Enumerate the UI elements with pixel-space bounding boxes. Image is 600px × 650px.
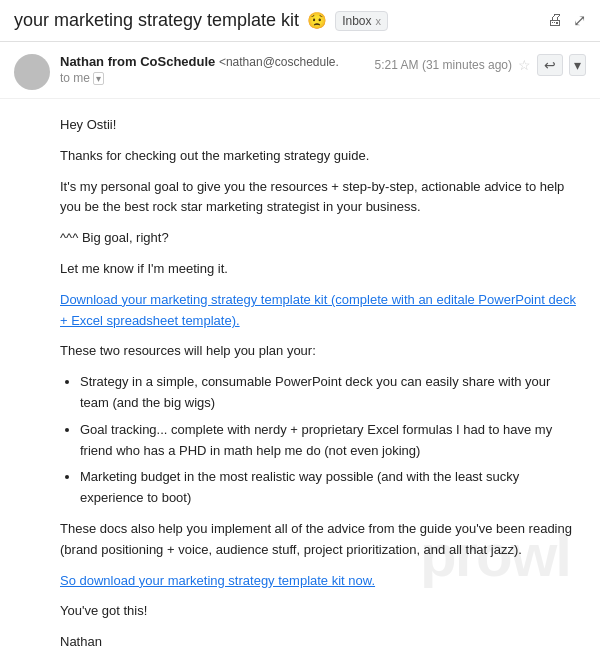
body-p2: It's my personal goal to give you the re… xyxy=(60,177,580,219)
star-icon[interactable]: ☆ xyxy=(518,57,531,73)
download-link-1[interactable]: Download your marketing strategy templat… xyxy=(60,292,576,328)
inbox-badge[interactable]: Inbox x xyxy=(335,11,388,31)
more-options-button[interactable]: ▾ xyxy=(569,54,586,76)
email-body: Hey Ostii! Thanks for checking out the m… xyxy=(0,99,600,650)
reply-button[interactable]: ↩ xyxy=(537,54,563,76)
bullet-list: Strategy in a simple, consumable PowerPo… xyxy=(80,372,580,509)
body-p8: Nathan xyxy=(60,632,580,650)
sender-email: <nathan@coschedule. xyxy=(219,55,339,69)
body-link2: So download your marketing strategy temp… xyxy=(60,571,580,592)
inbox-close-button[interactable]: x xyxy=(375,15,381,27)
avatar xyxy=(14,54,50,90)
bullet-item-3: Marketing budget in the most realistic w… xyxy=(80,467,580,509)
greeting: Hey Ostii! xyxy=(60,115,580,136)
download-link-2[interactable]: So download your marketing strategy temp… xyxy=(60,573,375,588)
email-timestamp: 5:21 AM (31 minutes ago) xyxy=(375,58,512,72)
subject-emoji: 😟 xyxy=(307,11,327,30)
inbox-label: Inbox xyxy=(342,14,371,28)
email-subject: your marketing strategy template kit xyxy=(14,10,299,31)
body-link1: Download your marketing strategy templat… xyxy=(60,290,580,332)
header-bar: your marketing strategy template kit 😟 I… xyxy=(0,0,600,42)
new-window-icon[interactable]: ⤢ xyxy=(573,11,586,30)
header-actions: 🖨 ⤢ xyxy=(547,11,586,30)
sender-name: Nathan from CoSchedule xyxy=(60,54,215,69)
to-dropdown[interactable]: ▾ xyxy=(93,72,104,85)
body-p7: You've got this! xyxy=(60,601,580,622)
to-line: to me ▾ xyxy=(60,71,365,85)
print-icon[interactable]: 🖨 xyxy=(547,11,563,30)
body-p5: These two resources will help you plan y… xyxy=(60,341,580,362)
email-time-area: 5:21 AM (31 minutes ago) ☆ ↩ ▾ xyxy=(375,54,586,76)
body-p6: These docs also help you implement all o… xyxy=(60,519,580,561)
bullet-item-1: Strategy in a simple, consumable PowerPo… xyxy=(80,372,580,414)
email-info: Nathan from CoSchedule <nathan@coschedul… xyxy=(60,54,365,85)
body-p1: Thanks for checking out the marketing st… xyxy=(60,146,580,167)
body-p4: Let me know if I'm meeting it. xyxy=(60,259,580,280)
body-p3: ^^^ Big goal, right? xyxy=(60,228,580,249)
to-label: to me xyxy=(60,71,90,85)
bullet-item-2: Goal tracking... complete with nerdy + p… xyxy=(80,420,580,462)
sender-line: Nathan from CoSchedule <nathan@coschedul… xyxy=(60,54,365,69)
email-meta: Nathan from CoSchedule <nathan@coschedul… xyxy=(0,42,600,99)
